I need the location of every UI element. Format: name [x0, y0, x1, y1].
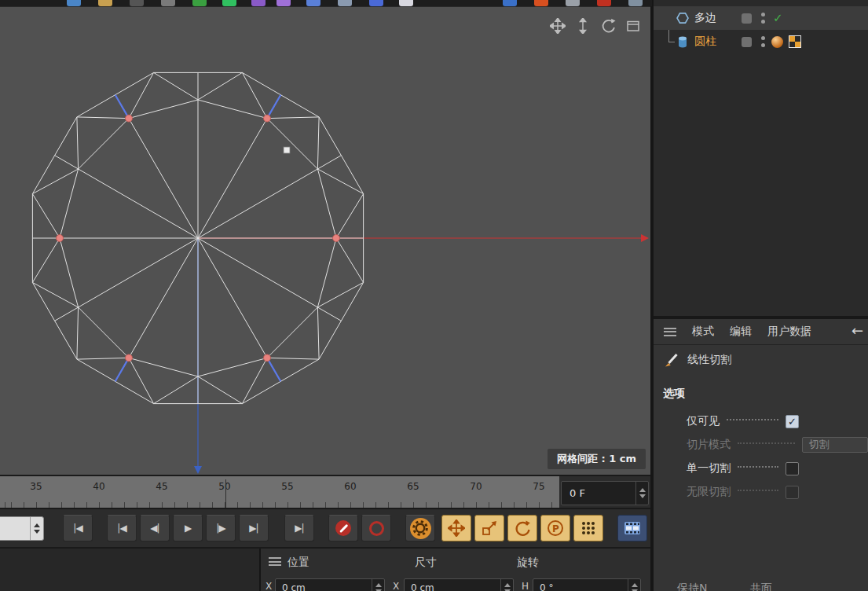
visibility-dots[interactable]	[761, 13, 765, 24]
rotation-h-stepper[interactable]	[628, 579, 640, 591]
value-stepper[interactable]	[0, 516, 44, 541]
option-single-cut: 单一切割	[654, 459, 868, 478]
next-frame-icon: |▶	[216, 523, 225, 534]
size-x-value: 0 cm	[405, 582, 500, 591]
only-visible-checkbox[interactable]	[786, 415, 799, 428]
current-frame-field[interactable]: 0 F	[561, 481, 649, 505]
knife-handle[interactable]	[284, 147, 290, 153]
object-row-nside[interactable]: 多边 ✓	[654, 6, 868, 30]
clipped-option-label: 保持N	[677, 582, 707, 591]
tab-edit[interactable]: 编辑	[730, 325, 752, 339]
material-manager-empty	[0, 549, 259, 591]
rotate-view-icon[interactable]	[600, 18, 616, 34]
rotation-header: 旋转	[517, 556, 539, 570]
toolbar-icon-fragment[interactable]	[503, 0, 517, 6]
viewport[interactable]: 网格间距 : 1 cm	[0, 6, 650, 475]
next-frame-button[interactable]: |▶	[206, 515, 236, 541]
tick-label: 50	[218, 481, 230, 492]
toolbar-icon-fragment[interactable]	[369, 0, 383, 6]
tool-name: 线性切割	[687, 353, 731, 367]
timeline-row: 35 40 45 50 55 60 65 70 75 0 F	[0, 475, 650, 509]
size-x-field[interactable]: 0 cm	[404, 578, 514, 591]
toolbar-icon-fragment[interactable]	[306, 0, 320, 6]
size-x-stepper[interactable]	[500, 579, 513, 591]
next-key-button[interactable]: ▶|	[239, 515, 269, 541]
attribute-menu-icon[interactable]	[664, 328, 676, 336]
history-back-icon[interactable]: ←	[852, 322, 863, 339]
frame-stepper[interactable]	[635, 482, 648, 505]
jump-end-icon: ▶|	[295, 523, 303, 534]
option-label: 无限切割	[687, 485, 731, 499]
object-row-cylinder[interactable]: 圆柱	[654, 30, 868, 53]
option-only-visible: 仅可见	[654, 412, 868, 431]
autokey-ring-icon	[369, 521, 384, 536]
keying-selection-button[interactable]	[573, 515, 603, 541]
timeline-window-button[interactable]	[617, 515, 647, 541]
prev-key-icon: |◀	[117, 523, 126, 534]
toolbar-icon-fragment[interactable]	[534, 0, 548, 6]
position-x-stepper[interactable]	[372, 579, 384, 591]
size-header: 尺寸	[415, 556, 437, 570]
option-slice-mode: 切片模式 切割	[654, 435, 868, 454]
prev-key-button[interactable]: |◀	[107, 515, 137, 541]
rotate-icon	[514, 519, 531, 537]
attribute-manager: 模式 编辑 用户数据 ← 线性切割 选项 仅可见 切片模式	[654, 319, 868, 591]
tab-user-data[interactable]: 用户数据	[767, 325, 811, 339]
jump-start-icon: |◀	[73, 523, 82, 534]
tick-label: 45	[156, 481, 167, 492]
ruler-ticks	[0, 502, 559, 508]
visibility-dots[interactable]	[761, 36, 765, 47]
toolbar-icon-fragment[interactable]	[277, 0, 291, 6]
texture-tag-icon[interactable]	[789, 35, 801, 48]
key-parameter-button[interactable]: P	[540, 515, 570, 541]
play-button[interactable]: ▶	[173, 515, 203, 541]
object-label: 多边	[694, 11, 729, 25]
jump-start-button[interactable]: |◀	[63, 515, 93, 541]
maximize-view-icon[interactable]	[625, 18, 641, 34]
single-cut-checkbox[interactable]	[786, 462, 799, 475]
knife-tool-icon	[664, 352, 679, 368]
jump-end-button[interactable]: ▶|	[284, 515, 314, 541]
toolbar-icon-fragment[interactable]	[161, 0, 175, 6]
options-section-title: 选项	[663, 387, 685, 401]
autokey-button[interactable]	[361, 515, 391, 541]
dolly-view-icon[interactable]	[575, 18, 591, 34]
record-keyframe-button[interactable]	[328, 515, 358, 541]
next-key-icon: ▶|	[249, 523, 258, 534]
toolbar-icon-fragment[interactable]	[130, 0, 144, 6]
key-position-button[interactable]	[441, 515, 471, 541]
prev-frame-icon: ◀|	[150, 523, 159, 534]
position-x-field[interactable]: 0 cm	[275, 578, 385, 591]
layer-toggle[interactable]	[742, 13, 752, 24]
layer-toggle[interactable]	[742, 37, 752, 47]
gear-icon	[410, 518, 431, 539]
enabled-check-icon[interactable]: ✓	[773, 11, 783, 25]
toolbar-icon-fragment[interactable]	[98, 0, 112, 6]
option-infinite-cut: 无限切割	[654, 483, 868, 501]
toolbar-icon-fragment[interactable]	[251, 0, 266, 6]
toolbar-icon-fragment[interactable]	[566, 0, 580, 6]
toolbar-icon-fragment[interactable]	[338, 0, 352, 6]
prev-frame-button[interactable]: ◀|	[140, 515, 170, 541]
play-icon: ▶	[185, 523, 191, 534]
key-rotation-button[interactable]	[507, 515, 537, 541]
pan-view-icon[interactable]	[550, 18, 566, 34]
toolbar-icon-fragment[interactable]	[399, 0, 413, 6]
toolbar-icon-fragment[interactable]	[597, 0, 611, 6]
coordinates-menu-icon[interactable]	[269, 557, 281, 566]
toolbar-icon-fragment[interactable]	[222, 0, 236, 6]
material-tag-icon[interactable]	[771, 36, 783, 48]
position-header: 位置	[288, 556, 309, 570]
rotation-h-field[interactable]: 0 °	[533, 578, 641, 591]
timeline-ruler[interactable]: 35 40 45 50 55 60 65 70 75	[0, 476, 559, 508]
toolbar-icon-fragment[interactable]	[67, 0, 81, 6]
viewport-nav	[550, 18, 641, 34]
clipped-option-label: 共面	[750, 582, 772, 591]
application-window: 网格间距 : 1 cm 35 40 45 50 55 60 65 70 75 0…	[0, 0, 868, 591]
toolbar-icon-fragment[interactable]	[192, 0, 207, 6]
toolbar-icon-fragment[interactable]	[628, 0, 643, 6]
tab-mode[interactable]: 模式	[692, 325, 714, 339]
key-scale-button[interactable]	[474, 515, 504, 541]
keying-settings-button[interactable]	[405, 515, 435, 541]
tick-label: 75	[533, 481, 544, 492]
